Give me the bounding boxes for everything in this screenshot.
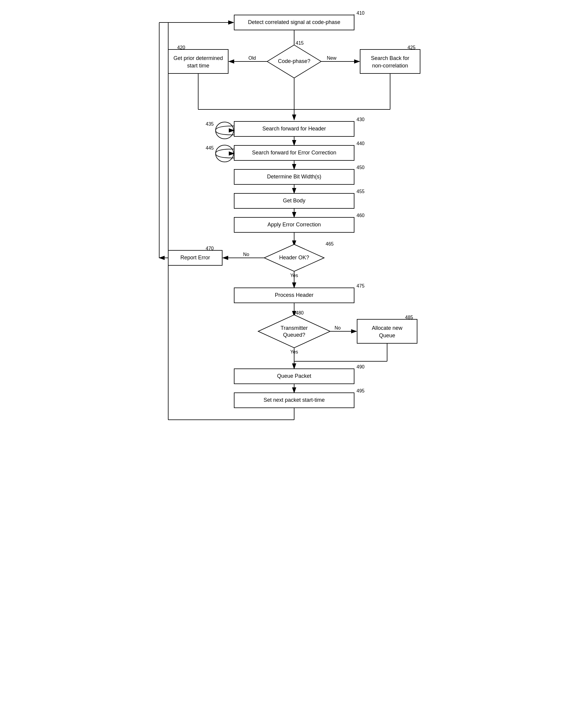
node-490-label: Queue Packet	[277, 373, 311, 379]
node-460-ref: 460	[357, 213, 365, 218]
node-475-ref: 475	[357, 283, 365, 289]
node-415-ref: 415	[296, 40, 304, 45]
node-480-ref: 480	[296, 310, 304, 315]
node-495-ref: 495	[357, 388, 365, 393]
node-450-label: Determine Bit Width(s)	[267, 174, 321, 179]
node-410-ref: 410	[357, 10, 365, 15]
node-495-label: Set next packet start-time	[263, 397, 324, 403]
node-420-label-1: Get prior determined	[173, 55, 223, 61]
node-420	[168, 49, 228, 73]
node-440-label: Search forward for Error Correction	[252, 149, 336, 156]
node-490-ref: 490	[357, 364, 365, 369]
node-470-ref: 470	[206, 246, 214, 251]
node-460-label: Apply Error Correction	[267, 222, 321, 228]
node-445-ref: 445	[206, 145, 214, 150]
node-415-label: Code-phase?	[277, 58, 310, 64]
no-label-470: No	[243, 252, 249, 257]
node-485-label-1: Allocate new	[371, 325, 402, 331]
new-label: New	[327, 56, 336, 61]
no-label-480: No	[334, 325, 340, 330]
node-480-label-2: Queued?	[283, 332, 305, 338]
node-480	[258, 315, 330, 348]
node-465-label: Header OK?	[279, 255, 309, 261]
node-420-ref: 420	[177, 45, 185, 50]
node-455-label: Get Body	[283, 198, 305, 204]
node-420-label-2: start time	[187, 63, 209, 69]
node-485-label-2: Queue	[379, 333, 395, 338]
node-425	[360, 49, 420, 73]
node-455-ref: 455	[357, 189, 365, 194]
node-440-ref: 440	[357, 141, 365, 146]
svg-point-12	[216, 122, 234, 139]
node-485	[357, 319, 417, 343]
node-410-label: Detect correlated signal at code-phase	[248, 19, 340, 25]
node-430-ref: 430	[357, 117, 365, 122]
node-465-ref: 465	[326, 241, 334, 246]
svg-point-14	[216, 145, 234, 162]
node-425-ref: 425	[407, 45, 416, 50]
node-425-label-2: non-correlation	[372, 63, 408, 69]
node-425-label-1: Search Back for	[370, 55, 409, 61]
flowchart-container: Detect correlated signal at code-phase 4…	[159, 6, 429, 666]
node-480-label-1: Transmitter	[280, 325, 307, 331]
node-430-label: Search forward for Header	[262, 126, 326, 132]
node-435-ref: 435	[206, 122, 214, 127]
node-475-label: Process Header	[275, 292, 313, 298]
node-485-ref: 485	[405, 315, 413, 320]
node-470-label: Report Error	[180, 255, 210, 261]
old-label: Old	[248, 56, 256, 61]
node-450-ref: 450	[357, 165, 365, 170]
